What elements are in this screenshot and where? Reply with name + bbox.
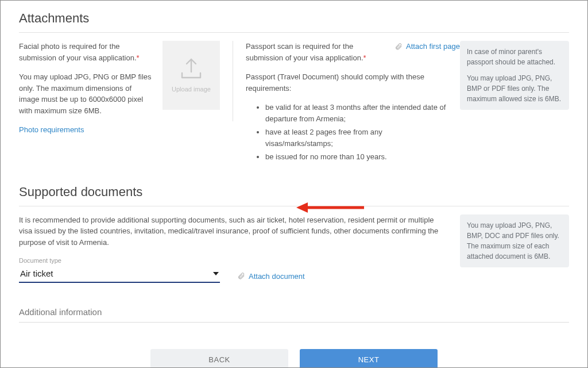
passport-req-item: have at least 2 pages free from any visa…: [265, 126, 452, 149]
supported-intro: It is recommended to provide additional …: [19, 214, 446, 248]
divider: [19, 32, 569, 33]
attach-document-link[interactable]: Attach document: [237, 271, 305, 282]
attach-document-label: Attach document: [249, 271, 305, 282]
photo-required-span: Facial photo is required for the submiss…: [19, 42, 137, 62]
passport-req-item: be valid for at least 3 months after the…: [265, 102, 452, 124]
chevron-down-icon: [213, 272, 219, 275]
upload-image-label: Upload image: [172, 85, 211, 94]
upload-icon: [179, 57, 204, 80]
upload-image-box[interactable]: Upload image: [163, 41, 220, 110]
supported-info-box: You may upload JPG, PNG, BMP, DOC and PD…: [460, 214, 569, 267]
required-asterisk: *: [137, 53, 140, 62]
passport-info-column: In case of minor parent's passport shoul…: [460, 41, 569, 110]
doctype-label: Document type: [19, 256, 220, 266]
attachments-row: Facial photo is required for the submiss…: [19, 41, 569, 165]
supported-info-text: You may upload JPG, PNG, BMP, DOC and PD…: [467, 220, 562, 262]
passport-info-1: In case of minor parent's passport shoul…: [467, 47, 562, 67]
supported-info-column: You may upload JPG, PNG, BMP, DOC and PD…: [460, 214, 569, 267]
passport-text-column: Attach first page Passport scan is requi…: [246, 41, 460, 165]
supported-title: Supported documents: [19, 182, 569, 201]
supported-text-column: It is recommended to provide additional …: [19, 214, 460, 283]
doctype-field: Document type Air ticket: [19, 256, 220, 283]
paperclip-icon: [237, 272, 245, 280]
passport-info-box: In case of minor parent's passport shoul…: [460, 41, 569, 110]
doctype-value: Air ticket: [20, 267, 53, 281]
button-row: BACK NEXT: [19, 349, 569, 369]
back-button[interactable]: BACK: [150, 349, 288, 369]
required-asterisk: *: [363, 53, 366, 62]
additional-info-row: [19, 307, 569, 323]
photo-upload-column: Upload image: [163, 41, 226, 110]
page-container: Attachments Facial photo is required for…: [0, 0, 588, 368]
photo-upload-note: You may upload JPG, PNG or BMP files onl…: [19, 71, 153, 116]
passport-required-span: Passport scan is required for the submis…: [246, 42, 363, 62]
paperclip-icon: [394, 43, 403, 51]
next-button[interactable]: NEXT: [300, 349, 438, 369]
supported-section: Supported documents It is recommended to…: [19, 182, 569, 369]
passport-info-2: You may upload JPG, PNG, BMP or PDF file…: [467, 73, 562, 104]
photo-required-text: Facial photo is required for the submiss…: [19, 41, 153, 63]
supported-row: It is recommended to provide additional …: [19, 214, 569, 283]
vertical-divider: [233, 41, 233, 121]
attachments-title: Attachments: [19, 9, 569, 28]
additional-info-input[interactable]: [19, 307, 569, 317]
doctype-row: Document type Air ticket Attach document: [19, 256, 446, 283]
doctype-select[interactable]: Air ticket: [19, 266, 220, 283]
passport-req-item: be issued for no more than 10 years.: [265, 151, 452, 163]
attach-first-page-label: Attach first page: [406, 41, 460, 52]
attach-first-page-link[interactable]: Attach first page: [394, 41, 460, 52]
passport-comply-text: Passport (Travel Document) should comply…: [246, 71, 452, 94]
passport-requirements-list: be valid for at least 3 months after the…: [246, 102, 452, 163]
divider: [19, 206, 569, 206]
photo-text-column: Facial photo is required for the submiss…: [19, 41, 163, 136]
photo-requirements-link[interactable]: Photo requirements: [19, 125, 84, 134]
